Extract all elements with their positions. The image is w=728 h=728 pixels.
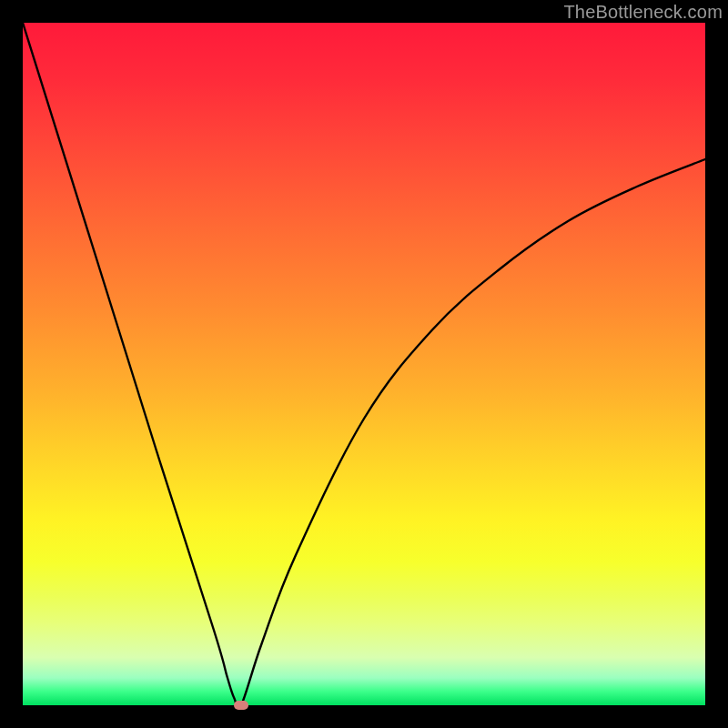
chart-frame: TheBottleneck.com <box>0 0 728 728</box>
minimum-marker <box>234 701 248 710</box>
watermark-text: TheBottleneck.com <box>563 2 723 23</box>
bottleneck-curve <box>23 23 705 705</box>
plot-area <box>23 23 705 705</box>
